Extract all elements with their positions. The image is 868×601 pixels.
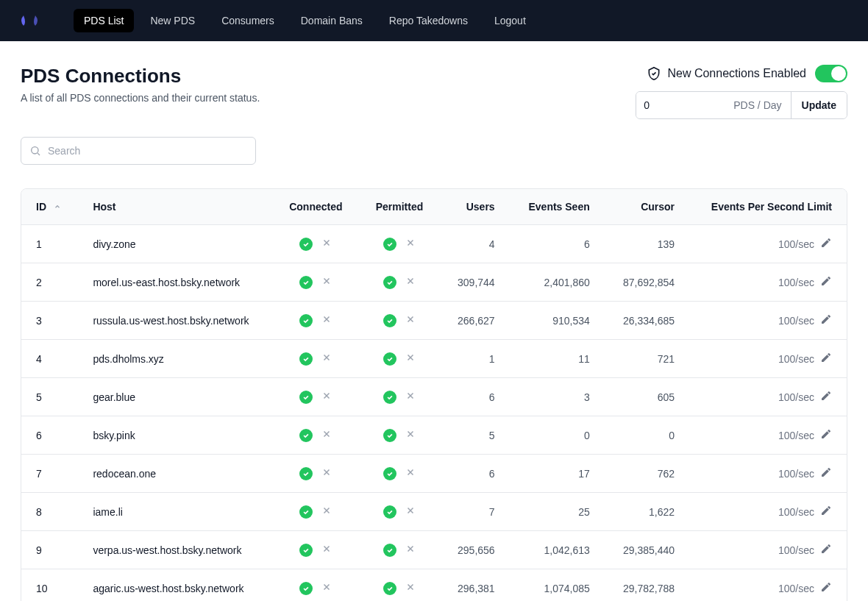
cell-cursor: 721: [605, 340, 689, 378]
disconnect-permitted-button[interactable]: [405, 276, 416, 288]
edit-eps-button[interactable]: [820, 428, 832, 442]
edit-eps-button[interactable]: [820, 390, 832, 404]
cell-users: 296,381: [440, 569, 510, 602]
cell-host[interactable]: bsky.pink: [78, 416, 272, 455]
edit-eps-button[interactable]: [820, 313, 832, 327]
col-header-connected[interactable]: Connected: [273, 189, 360, 225]
permitted-status: [374, 276, 425, 289]
nav-item-logout[interactable]: Logout: [484, 9, 536, 32]
disconnect-connected-button[interactable]: [321, 582, 332, 594]
table-row: 5gear.blue63605100/sec: [21, 378, 847, 416]
disconnect-permitted-button[interactable]: [405, 429, 416, 441]
disconnect-connected-button[interactable]: [321, 352, 332, 365]
disconnect-permitted-button[interactable]: [405, 352, 416, 365]
disconnect-permitted-button[interactable]: [405, 314, 416, 327]
edit-eps-button[interactable]: [820, 275, 832, 289]
svg-point-0: [32, 147, 38, 154]
table-row: 1divy.zone46139100/sec: [21, 225, 847, 263]
permitted-status: [374, 467, 425, 480]
permitted-status: [374, 391, 425, 404]
cell-permitted: [359, 263, 440, 302]
nav-item-pds-list[interactable]: PDS List: [74, 9, 134, 32]
nav-item-consumers[interactable]: Consumers: [211, 9, 285, 32]
nav-item-repo-takedowns[interactable]: Repo Takedowns: [379, 9, 478, 32]
cell-connected: [273, 225, 360, 263]
cell-users: 309,744: [440, 263, 510, 302]
check-icon: [299, 314, 313, 327]
disconnect-connected-button[interactable]: [321, 505, 332, 518]
eps-value: 100/sec: [778, 506, 814, 518]
eps-value: 100/sec: [778, 277, 814, 288]
edit-eps-button[interactable]: [820, 352, 832, 366]
permitted-status: [374, 429, 425, 442]
disconnect-connected-button[interactable]: [321, 238, 332, 250]
edit-eps-button[interactable]: [820, 543, 832, 557]
disconnect-connected-button[interactable]: [321, 391, 332, 403]
search-input[interactable]: [21, 137, 256, 165]
cell-permitted: [359, 455, 440, 493]
disconnect-connected-button[interactable]: [321, 314, 332, 327]
cell-cursor: 29,385,440: [605, 531, 689, 569]
disconnect-connected-button[interactable]: [321, 276, 332, 288]
cell-host[interactable]: pds.dholms.xyz: [78, 340, 272, 378]
new-connections-toggle[interactable]: [815, 65, 847, 82]
col-header-host[interactable]: Host: [78, 189, 272, 225]
new-connections-toggle-row: New Connections Enabled: [647, 65, 847, 82]
check-icon: [299, 391, 313, 404]
connected-status: [288, 429, 345, 442]
cell-eps-limit: 100/sec: [689, 569, 847, 602]
disconnect-connected-button[interactable]: [321, 429, 332, 441]
cell-host[interactable]: iame.li: [78, 493, 272, 531]
disconnect-permitted-button[interactable]: [405, 467, 416, 480]
cell-host[interactable]: gear.blue: [78, 378, 272, 416]
disconnect-permitted-button[interactable]: [405, 582, 416, 594]
check-icon: [383, 582, 396, 595]
col-header-permitted[interactable]: Permitted: [359, 189, 440, 225]
navbar: PDS ListNew PDSConsumersDomain BansRepo …: [0, 0, 868, 41]
edit-eps-button[interactable]: [820, 237, 832, 251]
cell-host[interactable]: russula.us-west.host.bsky.network: [78, 302, 272, 340]
disconnect-connected-button[interactable]: [321, 467, 332, 480]
cell-host[interactable]: divy.zone: [78, 225, 272, 263]
edit-eps-button[interactable]: [820, 581, 832, 595]
disconnect-permitted-button[interactable]: [405, 505, 416, 518]
check-icon: [383, 352, 396, 366]
check-icon: [299, 238, 313, 251]
cell-connected: [273, 263, 360, 302]
edit-eps-button[interactable]: [820, 505, 832, 519]
connected-status: [288, 544, 345, 557]
cell-events-seen: 17: [510, 455, 605, 493]
disconnect-connected-button[interactable]: [321, 544, 332, 556]
nav-item-domain-bans[interactable]: Domain Bans: [291, 9, 373, 32]
table-row: 4pds.dholms.xyz111721100/sec: [21, 340, 847, 378]
cell-cursor: 139: [605, 225, 689, 263]
page-subtitle: A list of all PDS connections and their …: [21, 92, 260, 104]
cell-events-seen: 1,074,085: [510, 569, 605, 602]
col-header-users[interactable]: Users: [440, 189, 510, 225]
cell-id: 5: [21, 378, 78, 416]
nav-item-new-pds[interactable]: New PDS: [140, 9, 205, 32]
check-icon: [383, 544, 396, 557]
pds-per-day-input[interactable]: [636, 92, 725, 118]
cell-events-seen: 3: [510, 378, 605, 416]
update-button[interactable]: Update: [791, 92, 847, 118]
cell-users: 4: [440, 225, 510, 263]
cell-id: 7: [21, 455, 78, 493]
disconnect-permitted-button[interactable]: [405, 544, 416, 556]
col-header-eps-limit[interactable]: Events Per Second Limit: [689, 189, 847, 225]
col-header-events-seen[interactable]: Events Seen: [510, 189, 605, 225]
cell-host[interactable]: morel.us-east.host.bsky.network: [78, 263, 272, 302]
col-header-id[interactable]: ID: [21, 189, 78, 225]
disconnect-permitted-button[interactable]: [405, 238, 416, 250]
cell-id: 10: [21, 569, 78, 602]
cell-host[interactable]: verpa.us-west.host.bsky.network: [78, 531, 272, 569]
eps-value: 100/sec: [778, 430, 814, 441]
check-icon: [383, 505, 396, 519]
col-header-cursor[interactable]: Cursor: [605, 189, 689, 225]
cell-host[interactable]: agaric.us-west.host.bsky.network: [78, 569, 272, 602]
nav-items: PDS ListNew PDSConsumersDomain BansRepo …: [74, 9, 536, 32]
svg-line-1: [38, 153, 40, 155]
edit-eps-button[interactable]: [820, 466, 832, 480]
cell-host[interactable]: redocean.one: [78, 455, 272, 493]
disconnect-permitted-button[interactable]: [405, 391, 416, 403]
